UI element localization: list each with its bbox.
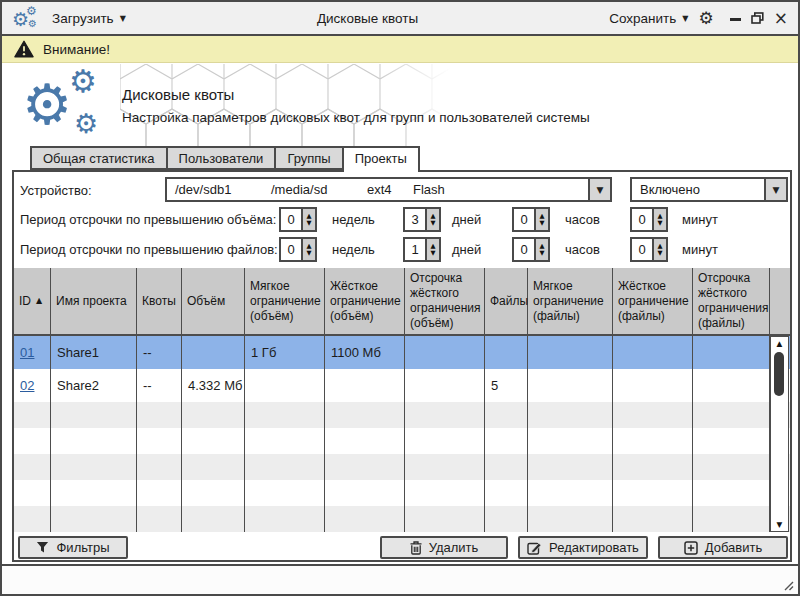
empty-cell [613, 428, 693, 454]
spinner-arrows-icon[interactable]: ▲▼ [301, 209, 315, 230]
tab-general-statistics[interactable]: Общая статистика [30, 146, 168, 170]
cell-volume: 4.332 Мб [182, 369, 245, 402]
empty-cell [245, 428, 325, 454]
chevron-down-icon: ▼ [764, 179, 786, 200]
tab-groups[interactable]: Группы [274, 146, 343, 170]
spinner-arrows-icon[interactable]: ▲▼ [425, 239, 439, 260]
app-logo-gears-icon: ⚙⚙⚙ [12, 5, 42, 32]
column-header-quotas[interactable]: Квоты [137, 268, 182, 334]
empty-cell [405, 402, 485, 428]
column-header-grace-files[interactable]: Отсрочка жёсткого ограничения (файлы) [693, 268, 770, 334]
empty-cell [405, 506, 485, 532]
unit-label: часов [565, 212, 600, 227]
empty-cell [613, 402, 693, 428]
spinner-arrows-icon[interactable]: ▲▼ [425, 209, 439, 230]
column-header-grace-volume[interactable]: Отсрочка жёсткого ограничения (объём) [405, 268, 485, 334]
empty-cell [325, 402, 405, 428]
table-row[interactable]: 01Share1--1 Гб1100 Мб [14, 336, 790, 369]
quota-state-value: Включено [640, 182, 700, 197]
empty-cell [405, 454, 485, 480]
scroll-down-icon[interactable]: ▼ [771, 518, 788, 531]
grace-files-days-spinner[interactable]: 1▲▼ [403, 237, 441, 262]
tab-users[interactable]: Пользователи [166, 146, 277, 170]
empty-cell [693, 454, 770, 480]
column-header-hard-limit-volume[interactable]: Жёсткое ограничение (объём) [325, 268, 405, 334]
vertical-scrollbar[interactable]: ▲ ▼ [770, 336, 789, 532]
chevron-down-icon: ▼ [588, 179, 610, 200]
cell-hard-limit-files [613, 369, 693, 402]
empty-row [14, 402, 790, 428]
scroll-up-icon[interactable]: ▲ [771, 337, 788, 350]
quota-state-select[interactable]: Включено ▼ [630, 177, 788, 202]
close-button[interactable]: × [774, 10, 788, 26]
table-row[interactable]: 02Share2--4.332 Мб5 [14, 369, 790, 402]
spinner-arrows-icon[interactable]: ▲▼ [534, 239, 548, 260]
grace-volume-hours-spinner[interactable]: 0▲▼ [512, 207, 550, 232]
grace-volume-minutes-spinner[interactable]: 0▲▼ [630, 207, 668, 232]
cell-id[interactable]: 01 [14, 336, 51, 369]
column-header-id[interactable]: ID▲ [14, 268, 51, 334]
column-header-project-name[interactable]: Имя проекта [51, 268, 137, 334]
spinner-arrows-icon[interactable]: ▲▼ [301, 239, 315, 260]
grace-volume-days-spinner[interactable]: 3▲▼ [403, 207, 441, 232]
project-id-link[interactable]: 01 [20, 345, 34, 360]
project-id-link[interactable]: 02 [20, 378, 34, 393]
unit-label: недель [332, 212, 375, 227]
content-panel: Устройство: /dev/sdb1/media/sdext4Flash … [12, 170, 792, 562]
column-header-files[interactable]: Файлы [485, 268, 528, 334]
unit-label: часов [565, 242, 600, 257]
grace-files-hours-spinner[interactable]: 0▲▼ [512, 237, 550, 262]
empty-cell [137, 506, 182, 532]
table-header-row: ID▲Имя проектаКвотыОбъёмМягкое ограничен… [14, 268, 790, 336]
delete-button[interactable]: Удалить [380, 536, 508, 559]
minimize-button[interactable] [730, 10, 741, 26]
empty-cell [51, 428, 137, 454]
empty-cell [325, 428, 405, 454]
column-header-soft-limit-volume[interactable]: Мягкое ограничение (объём) [245, 268, 325, 334]
settings-gear-icon[interactable]: ⚙ [699, 10, 714, 27]
unit-label: минут [682, 242, 718, 257]
load-menu-button[interactable]: Загрузить ▼ [52, 11, 126, 26]
empty-cell [51, 454, 137, 480]
app-window: ⚙⚙⚙ Загрузить ▼ Дисковые квоты Сохранить… [0, 0, 800, 596]
window-title: Дисковые квоты [136, 11, 599, 26]
spinner-value: 0 [281, 209, 301, 230]
spinner-arrows-icon[interactable]: ▲▼ [534, 209, 548, 230]
grace-files-weeks-spinner[interactable]: 0▲▼ [279, 237, 317, 262]
header-spacer [770, 268, 790, 334]
filters-button[interactable]: Фильтры [18, 536, 128, 559]
empty-cell [137, 428, 182, 454]
empty-cell [14, 428, 51, 454]
column-header-hard-limit-files[interactable]: Жёсткое ограничение (файлы) [613, 268, 693, 334]
add-button[interactable]: Добавить [658, 536, 788, 559]
save-menu-label: Сохранить [609, 11, 676, 26]
grace-files-minutes-spinner[interactable]: 0▲▼ [630, 237, 668, 262]
empty-cell [405, 480, 485, 506]
add-button-label: Добавить [705, 540, 762, 555]
column-header-soft-limit-files[interactable]: Мягкое ограничение (файлы) [528, 268, 613, 334]
resize-grip[interactable] [781, 578, 794, 591]
column-header-volume[interactable]: Объём [182, 268, 245, 334]
empty-row [14, 454, 790, 480]
tab-projects[interactable]: Проекты [342, 146, 420, 172]
empty-cell [245, 402, 325, 428]
spinner-value: 0 [514, 239, 534, 260]
maximize-button[interactable] [751, 10, 764, 26]
cell-volume [182, 336, 245, 369]
save-menu-button[interactable]: Сохранить ▼ [609, 11, 688, 26]
edit-button[interactable]: Редактировать [518, 536, 648, 559]
warning-text: Внимание! [43, 42, 110, 57]
spinner-arrows-icon[interactable]: ▲▼ [652, 239, 666, 260]
empty-cell [182, 428, 245, 454]
spinner-arrows-icon[interactable]: ▲▼ [652, 209, 666, 230]
edit-icon [527, 541, 542, 555]
empty-cell [485, 506, 528, 532]
grace-volume-weeks-spinner[interactable]: 0▲▼ [279, 207, 317, 232]
cell-id[interactable]: 02 [14, 369, 51, 402]
maximize-icon [751, 12, 764, 24]
edit-button-label: Редактировать [549, 540, 639, 555]
device-select[interactable]: /dev/sdb1/media/sdext4Flash ▼ [165, 177, 612, 202]
scrollbar-thumb[interactable] [774, 352, 784, 396]
empty-cell [14, 454, 51, 480]
empty-row [14, 428, 790, 454]
